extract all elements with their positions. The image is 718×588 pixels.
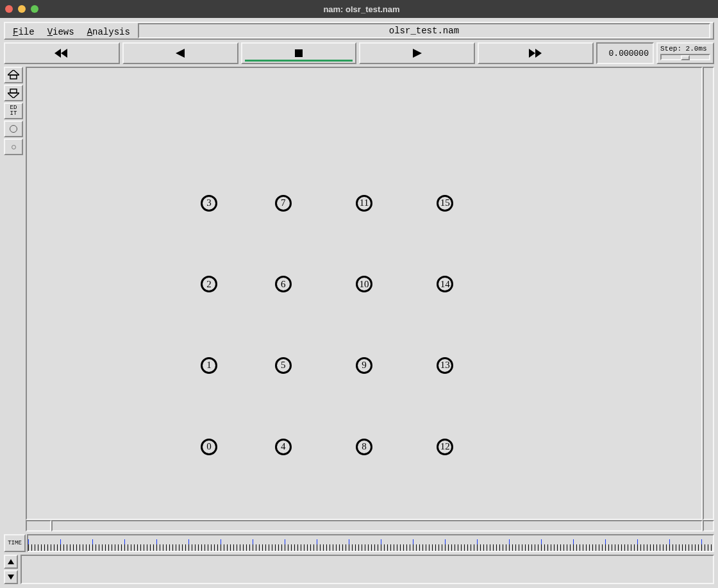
window-title: nam: olsr_test.nam [45,4,678,14]
menu-analysis-hotkey: A [87,27,92,37]
zoom-icon[interactable] [31,5,38,13]
network-node[interactable]: 2 [201,276,217,292]
svg-marker-5 [529,49,535,58]
play-button[interactable] [359,42,475,64]
network-node[interactable]: 7 [275,195,292,212]
main-area: EDIT 3711152610141591304812 [4,67,714,532]
content-area: File Views Analysis olsr_test.nam [0,18,718,588]
network-node[interactable]: 3 [201,195,217,212]
menu-analysis[interactable]: Analysis [82,23,135,38]
network-node[interactable]: 4 [275,439,292,455]
hscroll-right-cap [703,520,714,532]
menu-file-rest: ile [18,27,34,37]
hscroll-row [26,520,714,532]
menu-views-hotkey: V [47,27,53,37]
play-back-icon [176,49,185,58]
network-node[interactable]: 13 [437,357,453,374]
step-control[interactable]: Step: 2.0ms [656,42,714,64]
network-node[interactable]: 5 [275,357,292,374]
vertical-scrollbar[interactable] [703,67,714,520]
left-toolbar: EDIT [4,67,23,532]
rewind-button[interactable] [4,42,120,64]
titlebar: nam: olsr_test.nam [0,0,718,18]
status-area [4,555,714,584]
fast-forward-button[interactable] [478,42,594,64]
svg-marker-2 [176,49,185,58]
network-node[interactable]: 11 [356,195,372,212]
play-back-button[interactable] [122,42,238,64]
network-canvas[interactable]: 3711152610141591304812 [26,67,703,520]
network-node[interactable]: 15 [437,195,453,212]
status-up-button[interactable] [4,555,18,569]
svg-marker-12 [8,575,14,580]
network-node[interactable]: 1 [201,357,217,374]
zoom-out-button[interactable] [4,85,23,101]
svg-rect-8 [10,75,17,79]
app-window: nam: olsr_test.nam File Views Analysis o… [0,0,718,588]
timeline-ruler[interactable] [27,534,714,552]
close-icon[interactable] [5,5,13,13]
svg-marker-0 [54,49,61,58]
menu-file-hotkey: F [13,27,18,37]
status-buttons [4,555,18,584]
window-controls [5,5,38,13]
playback-toolbar: 0.000000 Step: 2.0ms [4,42,714,64]
svg-marker-9 [8,93,19,98]
timeline-label-text: TIME [8,540,22,546]
zoom-in-button[interactable] [4,67,23,83]
network-node[interactable]: 14 [437,276,453,292]
stop-button[interactable] [241,42,357,64]
svg-marker-6 [535,49,542,58]
svg-rect-3 [295,49,303,57]
zoom-in-icon [8,70,19,80]
point-mode-button[interactable] [4,139,23,155]
timeline-ticks [28,535,713,551]
hscroll-left-cap [26,520,51,532]
time-value: 0.000000 [609,49,649,58]
network-node[interactable]: 6 [275,276,292,292]
timeline-area: TIME [4,534,714,552]
svg-rect-10 [10,89,17,93]
status-down-button[interactable] [4,570,18,584]
chevron-up-icon [8,559,14,564]
edit-button[interactable]: EDIT [4,103,23,119]
svg-marker-11 [8,559,14,564]
step-label: Step: 2.0ms [660,45,710,53]
filename-text: olsr_test.nam [389,26,459,36]
chevron-down-icon [8,575,14,580]
network-node[interactable]: 8 [356,439,372,455]
node-mode-button[interactable] [4,121,23,137]
status-log [21,555,714,584]
network-node[interactable]: 9 [356,357,372,374]
menu-views[interactable]: Views [42,23,79,38]
menu-views-rest: iews [53,27,74,37]
menu-analysis-rest: nalysis [92,27,130,37]
time-display: 0.000000 [596,42,654,64]
menu-file[interactable]: File [8,23,40,38]
filename-display: olsr_test.nam [138,23,710,38]
horizontal-scrollbar[interactable] [51,520,703,532]
canvas-frame: 3711152610141591304812 [26,67,714,532]
step-slider-thumb[interactable] [681,55,690,60]
svg-marker-4 [413,49,422,58]
menubar: File Views Analysis olsr_test.nam [4,22,714,40]
fast-forward-icon [529,49,543,58]
network-node[interactable]: 10 [356,276,372,292]
zoom-out-icon [8,88,19,98]
network-node[interactable]: 12 [437,439,453,455]
minimize-icon[interactable] [18,5,26,13]
timeline-label: TIME [4,534,26,552]
canvas-body: 3711152610141591304812 [26,67,714,520]
svg-marker-1 [61,49,67,58]
svg-marker-7 [8,70,19,75]
rewind-icon [54,49,69,58]
step-slider-track[interactable] [660,54,710,60]
network-node[interactable]: 0 [201,439,217,455]
play-icon [413,49,422,58]
stop-icon [295,49,303,57]
